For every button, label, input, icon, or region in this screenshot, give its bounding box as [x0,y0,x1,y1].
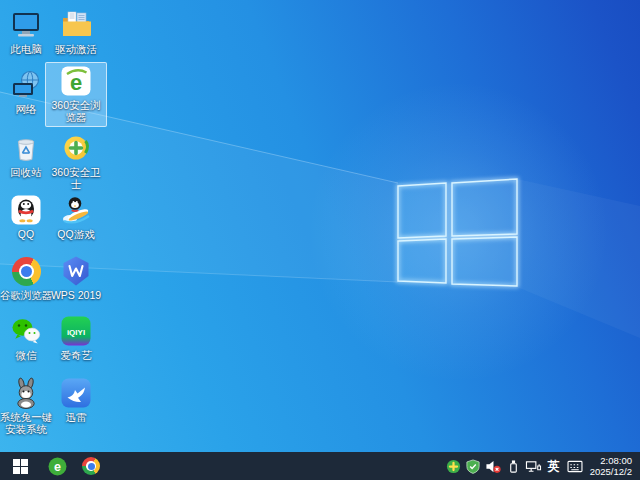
wired-network-icon[interactable] [525,452,542,480]
ime-language-indicator[interactable]: 英 [544,458,564,475]
folder-icon [60,9,92,41]
desktop-icon-xunlei[interactable]: 迅雷 [45,374,107,427]
icon-label: 驱动激活 [47,43,105,55]
360-browser-taskbar-icon: e [48,457,67,476]
svg-text:e: e [70,70,82,95]
recycle-bin-icon [10,132,42,164]
360-safe-guard-icon [60,132,92,164]
wps-icon [60,255,92,287]
desktop-icon-driver-activation[interactable]: 驱动激活 [45,6,107,59]
desktop-icon-qq-games[interactable]: QQ游戏 [45,191,107,244]
desktop-wallpaper: 此电脑 驱动激活 网络 [0,0,640,452]
windows-logo [398,179,517,286]
icon-label: 迅雷 [47,411,105,423]
clock-date: 2025/12/2 [590,466,632,477]
xunlei-icon [60,377,92,409]
360-browser-icon: e [60,65,92,97]
windows-start-icon [13,459,28,474]
taskbar-chrome-button[interactable] [74,452,108,480]
iqiyi-icon: iQIYI [60,315,92,347]
taskbar-clock[interactable]: 2:08:00 2025/12/2 [590,455,634,477]
wechat-icon [10,315,42,347]
chrome-taskbar-icon [82,457,100,475]
svg-text:e: e [54,460,61,474]
icon-label: 360安全浏览器 [47,99,105,123]
desktop-icon-iqiyi[interactable]: iQIYI 爱奇艺 [45,312,107,365]
svg-text:iQIYI: iQIYI [67,328,85,337]
this-pc-icon [10,9,42,41]
network-icon [10,69,42,101]
touch-keyboard-icon[interactable] [567,452,584,480]
windows-logo-glow [398,179,517,286]
desktop-icon-360-safe-guard[interactable]: 360安全卫士 [45,129,107,194]
system-tray: 英 2:08:00 2025/12/2 [442,452,640,480]
clock-time: 2:08:00 [590,455,632,466]
icon-label: 爱奇艺 [47,349,105,361]
volume-muted-icon[interactable] [485,452,502,480]
icon-label: QQ游戏 [47,228,105,240]
desktop-icon-360-safe-browser[interactable]: e 360安全浏览器 [45,62,107,127]
rabbit-mascot-icon [10,377,42,409]
qq-games-icon [60,194,92,226]
qq-icon [10,194,42,226]
icon-label: 360安全卫士 [47,166,105,190]
start-button[interactable] [0,452,40,480]
chrome-icon [10,255,42,287]
taskbar: e [0,452,640,480]
defender-shield-icon[interactable] [465,452,482,480]
icon-label: WPS 2019 [47,289,105,301]
usb-device-icon[interactable] [505,452,522,480]
360-safe-tray-icon[interactable] [445,452,462,480]
taskbar-360-browser-button[interactable]: e [40,452,74,480]
desktop-icon-wps-2019[interactable]: WPS 2019 [45,252,107,305]
